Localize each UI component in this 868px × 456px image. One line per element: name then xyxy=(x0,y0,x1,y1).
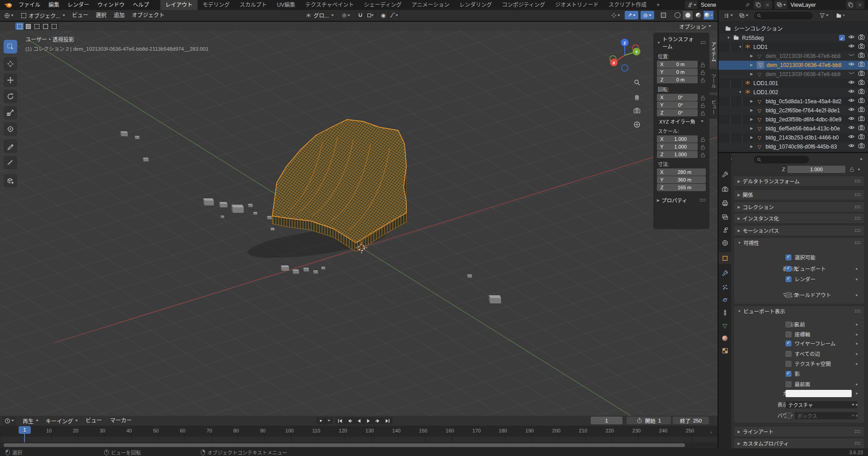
texture-space-checkbox[interactable] xyxy=(786,361,791,367)
jump-next-keyframe-button[interactable] xyxy=(373,417,383,424)
hide-toggle[interactable] xyxy=(848,97,855,104)
panel-custom-properties[interactable]: ▶カスタムプロパティ xyxy=(734,438,864,448)
lock-icon[interactable] xyxy=(700,69,706,75)
tool-measure[interactable] xyxy=(4,156,17,169)
outliner-row-mesh-selected[interactable]: ▶ ▽ dem_1021303f-0636-47e6-bb8 xyxy=(719,61,868,70)
hide-toggle[interactable] xyxy=(848,133,855,140)
tool-cursor[interactable] xyxy=(4,57,17,71)
lock-icon[interactable] xyxy=(700,77,706,83)
outliner-filter-dropdown[interactable] xyxy=(817,11,831,20)
expander[interactable]: ▼ xyxy=(738,43,742,52)
expander[interactable]: ▶ xyxy=(750,133,753,142)
menu-view[interactable]: ビュー xyxy=(68,10,92,21)
render-toggle[interactable] xyxy=(858,79,865,86)
timeline-track[interactable] xyxy=(0,437,718,442)
render-toggle[interactable] xyxy=(858,43,865,50)
expander[interactable]: ▶ xyxy=(750,142,753,151)
workspace-tab-animation[interactable]: アニメーション xyxy=(407,0,455,10)
panel-delta-transform[interactable]: ▶デルタトランスフォーム xyxy=(734,176,864,186)
outliner-row-mesh[interactable]: ▶ ▽ bldg_6ef5eb56-bba4-413c-b0e xyxy=(719,124,868,133)
play-button[interactable] xyxy=(364,417,373,424)
hide-toggle[interactable] xyxy=(848,142,855,149)
gizmo-neg-z[interactable] xyxy=(622,65,628,71)
outliner-filter-id-dropdown[interactable] xyxy=(737,11,750,20)
select-mode-intersect-button[interactable] xyxy=(50,23,58,30)
shading-rendered-button[interactable] xyxy=(704,11,714,19)
hide-toggle[interactable] xyxy=(848,106,855,113)
outliner-row-empty[interactable]: ▼ LOD1.002 xyxy=(719,88,868,97)
expander[interactable]: ▶ xyxy=(750,97,753,106)
npanel-tab-item[interactable]: アイテム xyxy=(709,37,717,66)
playhead-badge[interactable]: 1 xyxy=(19,426,31,434)
tool-add-cube[interactable] xyxy=(4,174,17,187)
workspace-tab-geonodes[interactable]: ジオメトリノード xyxy=(550,0,603,10)
menu-render[interactable]: レンダー xyxy=(63,0,93,10)
pin-icon[interactable] xyxy=(745,2,750,8)
location-x-field[interactable]: X0 m xyxy=(657,61,698,68)
animate-dot[interactable] xyxy=(858,168,860,170)
show-viewports-checkbox[interactable] xyxy=(786,266,791,272)
panel-grip[interactable] xyxy=(700,41,706,45)
workspace-tab-uv[interactable]: UV編集 xyxy=(272,0,300,10)
scale-x-field[interactable]: X1.000 xyxy=(657,135,698,143)
scale-y-field[interactable]: Y1.000 xyxy=(657,143,698,150)
all-edges-checkbox[interactable] xyxy=(786,351,791,357)
blender-logo[interactable] xyxy=(4,1,13,9)
new-collection-button[interactable]: + xyxy=(834,11,847,20)
region-collapse-arrow[interactable]: ‹ xyxy=(710,429,712,435)
outliner-row-mesh-hidden[interactable]: ▶ ▽ dem_1021303f-0636-47e6-bb8 xyxy=(719,52,868,61)
auto-keying-dropdown[interactable] xyxy=(326,417,333,424)
expander[interactable]: ▼ xyxy=(738,88,742,97)
outliner-row-scene-collection[interactable]: シーンコレクション xyxy=(719,24,868,34)
play-reverse-button[interactable] xyxy=(354,417,364,424)
outliner-row-mesh[interactable]: ▶ ▽ bldg_2c2f65be-f764-4e2f-8de1 xyxy=(719,106,868,115)
show-axes-checkbox[interactable] xyxy=(786,331,791,337)
workspace-tab-compositing[interactable]: コンポジティング xyxy=(497,0,550,10)
tool-move[interactable] xyxy=(4,73,17,87)
tab-view-layer[interactable] xyxy=(719,211,731,223)
menu-marker[interactable]: マーカー xyxy=(106,415,135,426)
render-toggle[interactable] xyxy=(858,124,865,131)
zoom-icon[interactable] xyxy=(632,77,642,88)
render-toggle[interactable] xyxy=(858,106,865,113)
tab-scene[interactable] xyxy=(719,224,731,235)
collection-checkbox[interactable] xyxy=(839,35,845,41)
lock-icon[interactable] xyxy=(700,102,706,108)
camera-view-icon[interactable] xyxy=(632,105,642,116)
menu-file[interactable]: ファイル xyxy=(14,0,44,10)
jump-to-start-button[interactable] xyxy=(335,417,345,424)
viewlayer-browse-button[interactable] xyxy=(775,0,788,9)
lock-icon[interactable] xyxy=(700,152,706,158)
viewlayer-name[interactable]: ViewLayer xyxy=(788,0,845,9)
workspace-tab-modeling[interactable]: モデリング xyxy=(198,0,235,10)
holdout-checkbox[interactable] xyxy=(786,292,791,298)
transform-panel-expander[interactable]: ▼ xyxy=(657,41,661,45)
outliner-row-empty[interactable]: ▼ LOD1 xyxy=(719,43,868,52)
in-front-checkbox[interactable] xyxy=(786,381,791,387)
lock-icon[interactable] xyxy=(849,166,855,172)
render-toggle[interactable] xyxy=(858,61,865,68)
display-as-dropdown[interactable]: テクスチャ xyxy=(786,401,857,408)
render-toggle[interactable] xyxy=(858,142,865,149)
rotation-mode-dropdown[interactable]: XYZ オイラー角 xyxy=(657,118,706,125)
panel-collections[interactable]: ▶コレクション xyxy=(734,202,864,212)
expander[interactable]: ▶ xyxy=(750,124,753,133)
expander[interactable]: ▶ xyxy=(750,70,753,79)
viewlayer-new-button[interactable] xyxy=(845,0,855,9)
viewport-3d[interactable]: ユーザー・透視投影 (1) コレクション 2 | dem_1021303f-06… xyxy=(0,31,718,416)
animate-dot[interactable] xyxy=(856,278,858,280)
show-wireframe-checkbox[interactable] xyxy=(786,341,791,346)
menu-help[interactable]: ヘルプ xyxy=(129,0,153,10)
outliner-row-mesh[interactable]: ▶ ▽ bldg_2ed3f59b-d6f4-4dbc-80e9 xyxy=(719,115,868,124)
tool-transform[interactable] xyxy=(4,122,17,136)
select-mode-subtract-button[interactable] xyxy=(33,23,41,30)
outliner-row-empty[interactable]: LOD1.001 xyxy=(719,79,868,88)
mode-selector[interactable]: オブジェク... xyxy=(18,11,68,20)
tab-constraints[interactable] xyxy=(719,307,731,318)
tab-tool[interactable] xyxy=(719,168,731,180)
panel-visibility-header[interactable]: ▼可視性 xyxy=(734,238,864,248)
xray-toggle[interactable] xyxy=(656,11,670,19)
menu-object[interactable]: オブジェクト xyxy=(128,10,168,21)
proportional-falloff-dropdown[interactable] xyxy=(389,11,399,19)
hide-toggle-closed[interactable] xyxy=(848,52,855,59)
